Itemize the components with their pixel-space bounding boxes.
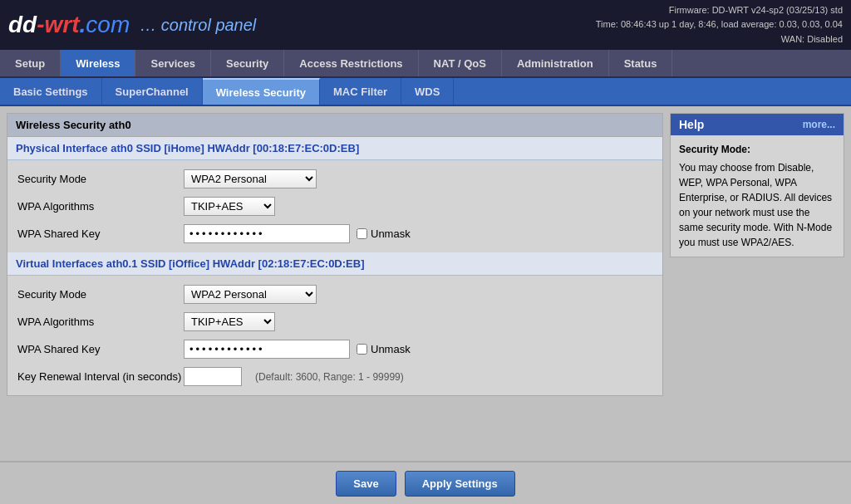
virt-wpa-algorithms-control: TKIP+AES TKIP AES	[184, 312, 275, 331]
phy-wpa-key-input[interactable]	[184, 224, 350, 243]
subtab-wds[interactable]: WDS	[401, 78, 454, 105]
firmware-line1: Firmware: DD-WRT v24-sp2 (03/25/13) std	[596, 3, 843, 18]
firmware-line3: WAN: Disabled	[596, 32, 843, 47]
virt-wpa-key-input[interactable]	[184, 340, 350, 359]
virt-wpa-algorithms-select[interactable]: TKIP+AES TKIP AES	[184, 312, 275, 331]
logo-wrt: -wrt	[37, 12, 79, 38]
virtual-interface-form: Security Mode WPA2 Personal Disable WEP …	[7, 276, 662, 395]
subtab-wireless-security[interactable]: Wireless Security	[203, 78, 320, 105]
logo-area: dd -wrt . com … control panel	[8, 12, 256, 38]
firmware-info: Firmware: DD-WRT v24-sp2 (03/25/13) std …	[596, 3, 843, 47]
help-box: Help more... Security Mode: You may choo…	[670, 113, 844, 257]
virt-wpa-algorithms-label: WPA Algorithms	[17, 316, 184, 328]
phy-security-mode-row: Security Mode WPA2 Personal Disable WEP …	[7, 165, 662, 193]
nav-wireless[interactable]: Wireless	[61, 50, 135, 76]
save-button[interactable]: Save	[336, 471, 396, 497]
phy-wpa-algorithms-select[interactable]: TKIP+AES TKIP AES	[184, 197, 275, 216]
virt-wpa-key-control: Unmask	[184, 340, 411, 359]
nav-setup[interactable]: Setup	[0, 50, 61, 76]
phy-wpa-key-control: Unmask	[184, 224, 411, 243]
virt-key-renewal-hint: (Default: 3600, Range: 1 - 99999)	[255, 371, 404, 383]
virt-unmask-text: Unmask	[371, 343, 411, 355]
virt-unmask-label: Unmask	[357, 343, 411, 355]
nav-security[interactable]: Security	[211, 50, 284, 76]
help-more-link[interactable]: more...	[803, 119, 835, 130]
section-wireless-security: Wireless Security ath0 Physical Interfac…	[7, 113, 663, 396]
phy-wpa-algorithms-row: WPA Algorithms TKIP+AES TKIP AES	[7, 193, 662, 220]
subtab-superchannel[interactable]: SuperChannel	[102, 78, 203, 105]
help-title: Help	[679, 118, 704, 131]
subtab-mac-filter[interactable]: MAC Filter	[320, 78, 401, 105]
virt-wpa-key-row: WPA Shared Key Unmask	[7, 335, 662, 363]
apply-settings-button[interactable]: Apply Settings	[405, 471, 515, 497]
logo-com: com	[86, 12, 130, 38]
nav-status[interactable]: Status	[609, 50, 673, 76]
virt-key-renewal-label: Key Renewal Interval (in seconds)	[17, 370, 184, 383]
help-security-mode-text: You may choose from Disable, WEP, WPA Pe…	[679, 162, 832, 248]
navbar: Setup Wireless Services Security Access …	[0, 50, 851, 78]
phy-unmask-label: Unmask	[357, 228, 411, 240]
virt-security-mode-control: WPA2 Personal Disable WEP WPA Personal W…	[184, 285, 317, 304]
phy-wpa-key-row: WPA Shared Key Unmask	[7, 220, 662, 247]
phy-security-mode-select[interactable]: WPA2 Personal Disable WEP WPA Personal W…	[184, 169, 317, 188]
help-header: Help more...	[671, 114, 844, 135]
nav-nat-qos[interactable]: NAT / QoS	[419, 50, 502, 76]
firmware-line2: Time: 08:46:43 up 1 day, 8:46, load aver…	[596, 17, 843, 32]
virt-key-renewal-row: Key Renewal Interval (in seconds) 3600 (…	[7, 363, 662, 390]
phy-wpa-algorithms-control: TKIP+AES TKIP AES	[184, 197, 275, 216]
virt-key-renewal-input[interactable]: 3600	[184, 367, 242, 386]
help-content: Security Mode: You may choose from Disab…	[671, 135, 844, 257]
virt-unmask-checkbox[interactable]	[357, 344, 367, 355]
section-title: Wireless Security ath0	[7, 114, 662, 137]
phy-security-mode-control: WPA2 Personal Disable WEP WPA Personal W…	[184, 169, 317, 188]
help-security-mode-title: Security Mode:	[679, 142, 835, 157]
nav-administration[interactable]: Administration	[502, 50, 609, 76]
virtual-interface-header: Virtual Interfaces ath0.1 SSID [iOffice]…	[7, 252, 662, 276]
nav-services[interactable]: Services	[135, 50, 211, 76]
phy-security-mode-label: Security Mode	[17, 173, 184, 185]
virt-security-mode-row: Security Mode WPA2 Personal Disable WEP …	[7, 281, 662, 308]
right-panel: Help more... Security Mode: You may choo…	[670, 113, 844, 454]
phy-unmask-text: Unmask	[371, 228, 411, 240]
phy-wpa-algorithms-label: WPA Algorithms	[17, 200, 184, 213]
logo-dot: .	[80, 12, 86, 38]
virt-wpa-key-label: WPA Shared Key	[17, 343, 184, 355]
logo-panel: … control panel	[140, 16, 256, 35]
phy-wpa-key-label: WPA Shared Key	[17, 228, 184, 240]
virt-wpa-algorithms-row: WPA Algorithms TKIP+AES TKIP AES	[7, 308, 662, 335]
physical-interface-form: Security Mode WPA2 Personal Disable WEP …	[7, 160, 662, 252]
logo-dd: dd	[8, 12, 37, 38]
subtabbar: Basic Settings SuperChannel Wireless Sec…	[0, 78, 851, 106]
virt-security-mode-select[interactable]: WPA2 Personal Disable WEP WPA Personal W…	[184, 285, 317, 304]
phy-unmask-checkbox[interactable]	[357, 228, 367, 239]
virt-key-renewal-control: 3600 (Default: 3600, Range: 1 - 99999)	[184, 367, 404, 386]
nav-access-restrictions[interactable]: Access Restrictions	[284, 50, 418, 76]
virt-security-mode-label: Security Mode	[17, 288, 184, 301]
subtab-basic-settings[interactable]: Basic Settings	[0, 78, 102, 105]
bottom-bar: Save Apply Settings	[0, 461, 851, 504]
physical-interface-header: Physical Interface ath0 SSID [iHome] HWA…	[7, 137, 662, 160]
logo: dd -wrt . com … control panel	[8, 12, 256, 38]
